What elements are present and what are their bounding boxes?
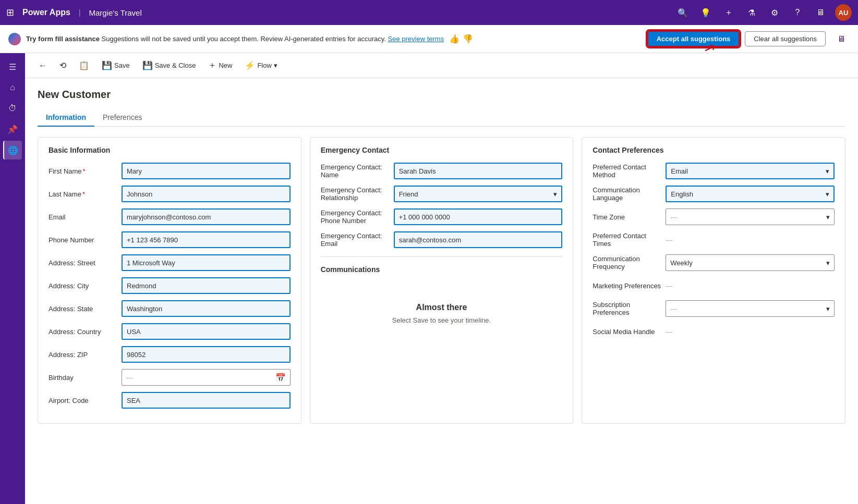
filter-icon[interactable]: ⚗ <box>743 4 760 21</box>
street-label: Address: Street <box>49 259 122 267</box>
city-row: Address: City <box>49 277 291 294</box>
form-sections: Basic Information First Name * Last Name… <box>38 137 845 424</box>
comm-lang-select[interactable]: English ▾ <box>666 186 835 202</box>
copy-icon: 📋 <box>79 60 89 70</box>
pref-contact-method-select[interactable]: Email ▾ <box>666 163 835 179</box>
avatar[interactable]: AU <box>835 4 852 21</box>
pref-contact-method-value: Email <box>671 167 688 175</box>
phone-input[interactable] <box>122 231 291 248</box>
basic-info-title: Basic Information <box>49 146 291 154</box>
calendar-icon[interactable]: 📅 <box>275 373 286 383</box>
street-row: Address: Street <box>49 254 291 271</box>
sidebar-globe-icon[interactable]: 🌐 <box>3 141 22 159</box>
clear-all-button[interactable]: Clear all suggestions <box>745 31 826 46</box>
contact-preferences-section: Contact Preferences Preferred Contact Me… <box>582 137 845 424</box>
sub-pref-value: --- <box>670 305 677 313</box>
zip-input[interactable] <box>122 346 291 363</box>
state-row: Address: State <box>49 300 291 317</box>
remote-icon[interactable]: 🖥 <box>812 4 829 21</box>
sidebar-toggle-icon[interactable]: 🖥 <box>833 31 850 47</box>
email-label: Email <box>49 213 122 221</box>
page-title: New Customer <box>38 89 845 101</box>
ec-relationship-select[interactable]: Friend ▾ <box>394 186 563 202</box>
email-row: Email <box>49 208 291 225</box>
birthday-placeholder: --- <box>126 374 133 382</box>
sidebar-menu-icon[interactable]: ☰ <box>3 57 22 76</box>
almost-there-section: Almost there Select Save to see your tim… <box>321 282 563 345</box>
restore-button[interactable]: ⟲ <box>54 58 71 73</box>
comm-freq-select[interactable]: Weekly ▾ <box>666 254 835 271</box>
ec-name-input[interactable] <box>394 163 563 179</box>
pref-times-value: --- <box>666 236 672 244</box>
ec-rel-label: Emergency Contact: Relationship <box>321 186 394 202</box>
state-input[interactable] <box>122 300 291 317</box>
toolbar: ← ⟲ 📋 💾 Save 💾 Save & Close ＋ New ⚡ <box>25 53 858 78</box>
copilot-icon <box>8 33 21 45</box>
thumbs-up-icon[interactable]: 👍 <box>449 34 460 44</box>
emergency-contact-title: Emergency Contact <box>321 146 563 154</box>
airport-input[interactable] <box>122 392 291 409</box>
tabs: Information Preferences <box>38 109 845 127</box>
suggestion-label: Try form fill assistance Suggestions wil… <box>26 35 444 43</box>
contact-pref-title: Contact Preferences <box>593 146 835 154</box>
grid-icon[interactable]: ⊞ <box>6 7 14 18</box>
almost-there-subtitle: Select Save to see your timeline. <box>331 316 552 324</box>
phone-label: Phone Number <box>49 236 122 244</box>
sub-pref-select[interactable]: --- ▾ <box>666 300 835 317</box>
country-input[interactable] <box>122 323 291 340</box>
preview-terms-link[interactable]: See preview terms <box>388 35 444 43</box>
back-button[interactable]: ← <box>33 58 52 73</box>
first-name-row: First Name * <box>49 163 291 179</box>
last-name-label: Last Name * <box>49 190 122 198</box>
comm-freq-row: Communication Frequency Weekly ▾ <box>593 254 835 271</box>
new-button[interactable]: ＋ New <box>203 57 237 73</box>
save-button[interactable]: 💾 Save <box>96 58 135 73</box>
sidebar-pinned-icon[interactable]: 📌 <box>3 120 22 139</box>
settings-icon[interactable]: ⚙ <box>766 4 783 21</box>
last-name-input[interactable] <box>122 186 291 202</box>
sidebar-recent-icon[interactable]: ⏱ <box>3 99 22 118</box>
thumbs-down-icon[interactable]: 👎 <box>463 34 473 44</box>
ec-rel-row: Emergency Contact: Relationship Friend ▾ <box>321 186 563 202</box>
timezone-select[interactable]: --- ▾ <box>666 208 835 225</box>
zip-label: Address: ZIP <box>49 351 122 359</box>
city-label: Address: City <box>49 282 122 290</box>
zip-row: Address: ZIP <box>49 346 291 363</box>
sidebar-home-icon[interactable]: ⌂ <box>3 78 22 97</box>
app-name: Margie's Travel <box>89 8 142 17</box>
feedback-icons: 👍 👎 <box>449 34 473 44</box>
comm-freq-chevron: ▾ <box>826 259 830 267</box>
ec-phone-input[interactable] <box>394 208 563 225</box>
lightbulb-icon[interactable]: 💡 <box>697 4 714 21</box>
comm-lang-value: English <box>671 190 693 198</box>
basic-info-section: Basic Information First Name * Last Name… <box>38 137 301 424</box>
street-input[interactable] <box>122 254 291 271</box>
tab-preferences[interactable]: Preferences <box>94 109 150 127</box>
ec-phone-label: Emergency Contact: Phone Number <box>321 209 394 225</box>
ec-email-label: Emergency Contact: Email <box>321 232 394 248</box>
airport-label: Airport: Code <box>49 397 122 404</box>
copy-button[interactable]: 📋 <box>74 58 94 73</box>
comm-lang-chevron: ▾ <box>826 190 829 198</box>
pref-times-row: Preferred Contact Times --- <box>593 231 835 248</box>
search-icon[interactable]: 🔍 <box>674 4 691 21</box>
save-close-icon: 💾 <box>142 60 153 70</box>
sidebar: ☰ ⌂ ⏱ 📌 🌐 <box>0 53 25 504</box>
pref-contact-method-row: Preferred Contact Method Email ▾ <box>593 163 835 179</box>
email-input[interactable] <box>122 208 291 225</box>
first-name-input[interactable] <box>122 163 291 179</box>
first-name-label: First Name * <box>49 167 122 175</box>
last-name-row: Last Name * <box>49 186 291 202</box>
marketing-pref-value: --- <box>666 282 672 290</box>
accept-all-button[interactable]: Accept all suggestions <box>647 31 740 47</box>
timezone-chevron: ▾ <box>826 213 830 221</box>
city-input[interactable] <box>122 277 291 294</box>
add-icon[interactable]: ＋ <box>720 4 737 21</box>
flow-button[interactable]: ⚡ Flow ▾ <box>239 58 282 73</box>
help-icon[interactable]: ? <box>789 4 806 21</box>
save-close-button[interactable]: 💾 Save & Close <box>137 58 201 73</box>
ec-email-input[interactable] <box>394 231 563 248</box>
tab-information[interactable]: Information <box>38 109 94 127</box>
timezone-row: Time Zone --- ▾ <box>593 208 835 225</box>
country-row: Address: Country <box>49 323 291 340</box>
